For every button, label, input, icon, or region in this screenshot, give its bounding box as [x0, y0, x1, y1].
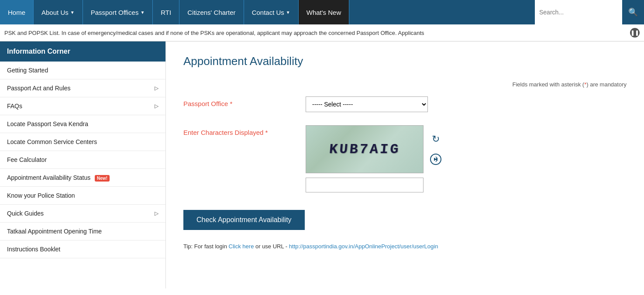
passport-office-label: Passport Office * [183, 96, 297, 107]
sidebar: Information Corner Getting Started Passp… [0, 41, 166, 288]
arrow-icon: ▷ [155, 210, 158, 216]
required-star: * [230, 100, 232, 107]
asterisk: * [584, 81, 586, 88]
captcha-input[interactable] [306, 178, 424, 192]
ticker-pause-button[interactable]: ❚❚ [630, 28, 640, 38]
nav-about[interactable]: About Us ▼ [34, 0, 83, 24]
news-ticker: PSK and POPSK List. In case of emergency… [0, 24, 644, 41]
search-container: 🔍 [535, 0, 644, 24]
sidebar-item-appointment-status[interactable]: Appointment Availability Status New! [0, 169, 165, 187]
captcha-label: Enter Characters Displayed * [183, 125, 297, 136]
page-title: Appointment Availability [183, 55, 627, 68]
sidebar-item-faqs[interactable]: FAQs ▷ [0, 97, 165, 115]
sidebar-item-locate-psk[interactable]: Locate Passport Seva Kendra [0, 115, 165, 133]
captcha-image-row: KUB7AIG ↻ [306, 125, 444, 173]
chevron-icon: ▼ [286, 10, 290, 15]
search-input[interactable] [535, 0, 622, 24]
mandatory-note: Fields marked with asterisk (*) are mand… [183, 81, 627, 88]
passport-office-select[interactable]: ----- Select ----- [306, 96, 428, 112]
required-star: * [265, 129, 268, 136]
passport-office-row: Passport Office * ----- Select ----- [183, 96, 627, 112]
nav-contact[interactable]: Contact Us ▼ [244, 0, 299, 24]
check-availability-button[interactable]: Check Appointment Availability [183, 210, 305, 230]
arrow-icon: ▷ [155, 85, 158, 91]
button-row: Check Appointment Availability [183, 206, 627, 243]
captcha-refresh-button[interactable]: ↻ [428, 131, 444, 147]
url-link[interactable]: http://passportindia.gov.in/AppOnlinePro… [289, 243, 438, 250]
page-layout: Information Corner Getting Started Passp… [0, 41, 644, 288]
captcha-text: KUB7AIG [328, 141, 401, 158]
sidebar-item-instructions[interactable]: Instructions Booklet [0, 240, 165, 258]
search-button[interactable]: 🔍 [622, 0, 644, 24]
sidebar-item-fee-calc[interactable]: Fee Calculator [0, 151, 165, 169]
nav-home[interactable]: Home [0, 0, 34, 24]
chevron-icon: ▼ [70, 10, 75, 15]
sidebar-item-getting-started[interactable]: Getting Started [0, 62, 165, 79]
main-content: Appointment Availability Fields marked w… [166, 41, 644, 288]
nav-rti[interactable]: RTI [153, 0, 179, 24]
captcha-row: Enter Characters Displayed * KUB7AIG ↻ [183, 125, 627, 192]
captcha-section: KUB7AIG ↻ [306, 125, 444, 192]
new-badge: New! [95, 175, 110, 182]
nav-passport-offices[interactable]: Passport Offices ▼ [83, 0, 153, 24]
sidebar-item-locate-csc[interactable]: Locate Common Service Centers [0, 133, 165, 151]
nav-whats-new[interactable]: What's New [299, 0, 350, 24]
passport-office-control: ----- Select ----- [306, 96, 428, 112]
captcha-icons: ↻ [428, 131, 444, 167]
main-nav: Home About Us ▼ Passport Offices ▼ RTI C… [0, 0, 644, 24]
captcha-image: KUB7AIG [306, 125, 424, 173]
sidebar-item-police-station[interactable]: Know your Police Station [0, 187, 165, 205]
captcha-audio-button[interactable] [428, 151, 444, 167]
click-here-link[interactable]: Click here [229, 243, 254, 250]
arrow-icon: ▷ [155, 103, 158, 109]
sidebar-item-quick-guides[interactable]: Quick Guides ▷ [0, 205, 165, 223]
tip-text: Tip: For fast login Click here or use UR… [183, 243, 627, 250]
sidebar-title: Information Corner [0, 41, 165, 62]
sidebar-item-passport-act[interactable]: Passport Act and Rules ▷ [0, 79, 165, 97]
ticker-text: PSK and POPSK List. In case of emergency… [4, 30, 630, 36]
nav-citizens-charter[interactable]: Citizens' Charter [179, 0, 244, 24]
sidebar-item-tatkaal[interactable]: Tatkaal Appointment Opening Time [0, 223, 165, 240]
chevron-icon: ▼ [140, 10, 145, 15]
